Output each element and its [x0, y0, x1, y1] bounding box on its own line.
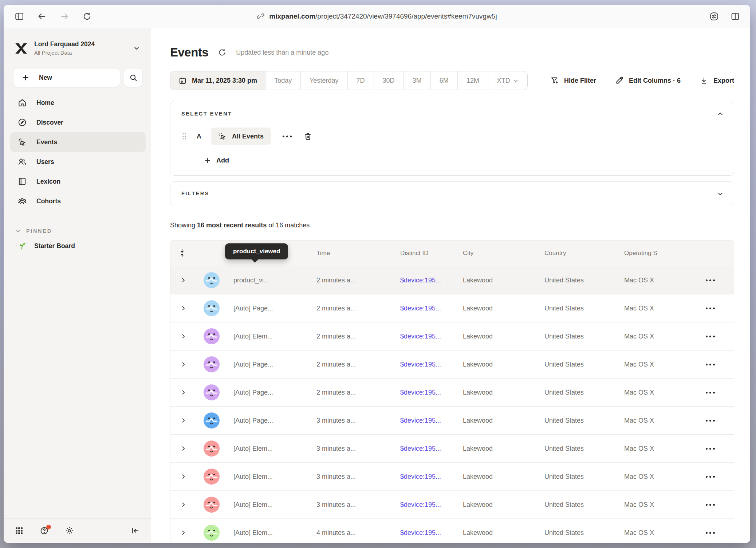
cell-distinct-id[interactable]: $device:195...: [400, 445, 463, 453]
column-header-time[interactable]: Time: [316, 250, 400, 257]
column-header-os[interactable]: Operating S: [624, 250, 686, 257]
table-row[interactable]: product_vi... 2 minutes a... $device:195…: [170, 266, 734, 294]
drag-handle-icon[interactable]: [181, 132, 187, 141]
users-icon: [17, 157, 27, 167]
chevron-down-icon: [15, 228, 21, 234]
range-xtd[interactable]: XTD: [488, 71, 527, 90]
column-header-distinct-id[interactable]: Distinct ID: [400, 250, 463, 257]
row-menu-icon[interactable]: [704, 333, 717, 340]
row-menu-icon[interactable]: [704, 277, 717, 283]
export-button[interactable]: Export: [700, 76, 734, 85]
table-row[interactable]: [Auto] Elem... 3 minutes a... $device:19…: [170, 491, 734, 519]
filters-panel: FILTERS: [170, 181, 734, 206]
range-7d[interactable]: 7D: [347, 71, 374, 90]
help-icon[interactable]: [40, 526, 49, 535]
column-header-city[interactable]: City: [463, 250, 544, 257]
collapse-rows-icon[interactable]: [180, 248, 187, 258]
cell-city: Lakewood: [463, 529, 544, 537]
row-menu-icon[interactable]: [704, 474, 717, 480]
row-menu-icon[interactable]: [704, 390, 717, 396]
cell-country: United States: [544, 501, 624, 509]
cell-distinct-id[interactable]: $device:195...: [400, 277, 463, 284]
search-button[interactable]: [124, 68, 143, 87]
row-menu-icon[interactable]: [704, 305, 717, 312]
pinned-section-header[interactable]: PINNED: [15, 228, 142, 234]
range-12m[interactable]: 12M: [457, 71, 488, 90]
chevron-up-icon[interactable]: [717, 111, 724, 117]
apps-grid-icon[interactable]: [15, 526, 24, 535]
sidebar-item-home[interactable]: Home: [10, 93, 146, 113]
chevron-right-icon[interactable]: [180, 473, 186, 480]
row-menu-icon[interactable]: [704, 530, 717, 536]
chevron-right-icon[interactable]: [180, 501, 186, 508]
row-menu-icon[interactable]: [704, 361, 717, 368]
chevron-down-icon[interactable]: [717, 191, 724, 197]
cell-distinct-id[interactable]: $device:195...: [400, 473, 463, 481]
chevron-right-icon[interactable]: [180, 277, 186, 283]
cell-distinct-id[interactable]: $device:195...: [400, 417, 463, 424]
table-row[interactable]: [Auto] Elem... 4 minutes a... $device:19…: [170, 519, 734, 543]
sidebar-item-label: Discover: [36, 119, 63, 126]
sidebar-item-events[interactable]: Events: [10, 132, 146, 152]
back-icon[interactable]: [37, 12, 47, 21]
chevron-right-icon[interactable]: [180, 333, 186, 340]
event-avatar: [204, 441, 220, 457]
settings-gear-icon[interactable]: [65, 526, 74, 535]
table-row[interactable]: [Auto] Elem... 3 minutes a... $device:19…: [170, 463, 734, 491]
forward-icon[interactable]: [60, 12, 69, 21]
row-menu-icon[interactable]: [704, 502, 717, 508]
chevron-right-icon[interactable]: [180, 389, 186, 396]
event-selector-chip[interactable]: All Events: [211, 128, 271, 145]
cell-distinct-id[interactable]: $device:195...: [400, 361, 463, 368]
sidebar-item-starter-board[interactable]: Starter Board: [10, 236, 146, 256]
range-3m[interactable]: 3M: [403, 71, 430, 90]
add-event-button[interactable]: Add: [204, 157, 229, 164]
chevron-right-icon[interactable]: [180, 361, 186, 368]
column-header-country[interactable]: Country: [544, 250, 624, 257]
sidebar-item-lexicon[interactable]: Lexicon: [10, 172, 146, 191]
browser-settings-icon[interactable]: [709, 12, 719, 21]
project-switcher[interactable]: Lord Farquaad 2024 All Project Data: [10, 38, 146, 59]
reload-icon[interactable]: [82, 12, 92, 21]
table-row[interactable]: [Auto] Page... 2 minutes a... $device:19…: [170, 351, 734, 379]
table-row[interactable]: [Auto] Elem... 3 minutes a... $device:19…: [170, 435, 734, 463]
sidebar-item-label: Home: [36, 99, 54, 107]
row-menu-icon[interactable]: [704, 446, 717, 452]
table-row[interactable]: [Auto] Elem... 2 minutes a... $device:19…: [170, 322, 734, 351]
chevron-right-icon[interactable]: [180, 445, 186, 452]
cell-distinct-id[interactable]: $device:195...: [400, 305, 463, 312]
edit-columns-button[interactable]: Edit Columns · 6: [615, 76, 681, 85]
sidebar-toggle-icon[interactable]: [15, 12, 24, 21]
refresh-icon[interactable]: [218, 48, 227, 57]
cell-distinct-id[interactable]: $device:195...: [400, 389, 463, 396]
sidebar-divider: [14, 219, 142, 219]
cell-distinct-id[interactable]: $device:195...: [400, 333, 463, 340]
range-30d[interactable]: 30D: [374, 71, 403, 90]
range-yesterday[interactable]: Yesterday: [300, 71, 347, 90]
cell-distinct-id[interactable]: $device:195...: [400, 529, 463, 537]
range-today[interactable]: Today: [265, 71, 300, 90]
sidebar-item-cohorts[interactable]: Cohorts: [10, 191, 146, 211]
table-row[interactable]: [Auto] Page... 2 minutes a... $device:19…: [170, 379, 734, 407]
date-picker-button[interactable]: Mar 11, 2025 3:30 pm: [170, 71, 265, 90]
table-row[interactable]: [Auto] Page... 3 minutes a... $device:19…: [170, 407, 734, 435]
range-6m[interactable]: 6M: [430, 71, 457, 90]
collapse-sidebar-icon[interactable]: [131, 526, 140, 535]
chevron-right-icon[interactable]: [180, 305, 186, 312]
cell-event-name: [Auto] Page...: [233, 389, 316, 396]
chevron-right-icon[interactable]: [180, 417, 186, 424]
cell-distinct-id[interactable]: $device:195...: [400, 501, 463, 509]
url-bar[interactable]: mixpanel.com/project/3472420/view/397469…: [257, 5, 497, 28]
row-menu-icon[interactable]: [704, 418, 717, 424]
sidebar-item-users[interactable]: Users: [10, 152, 146, 172]
new-button[interactable]: New: [13, 68, 120, 87]
event-avatar: [204, 525, 220, 541]
hide-filter-button[interactable]: Hide Filter: [550, 76, 596, 85]
more-options-icon[interactable]: [280, 133, 294, 140]
sidebar-item-discover[interactable]: Discover: [10, 113, 146, 132]
trash-icon[interactable]: [303, 132, 312, 141]
table-row[interactable]: [Auto] Page... 2 minutes a... $device:19…: [170, 294, 734, 322]
chevron-right-icon[interactable]: [180, 529, 186, 536]
event-avatar: [204, 384, 220, 400]
split-view-icon[interactable]: [731, 12, 740, 21]
